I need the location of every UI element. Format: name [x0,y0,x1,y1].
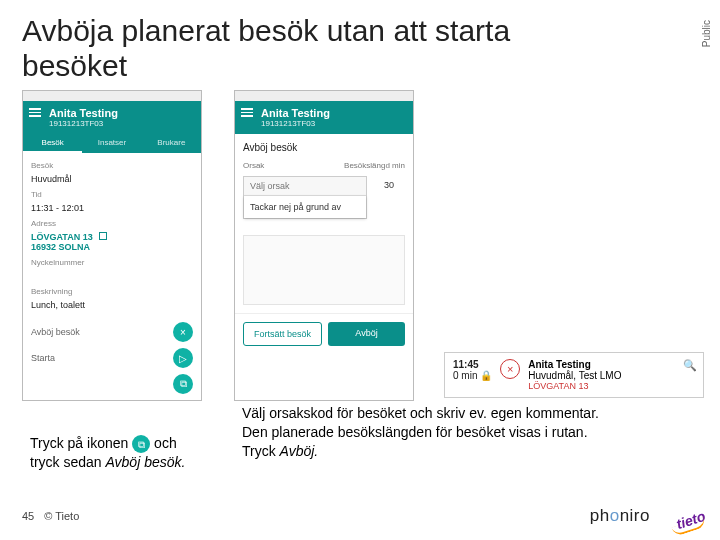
classification-label: Public [701,20,712,47]
col-length: Besökslängd min [344,161,405,170]
cap-right-1: Välj orsakskod för besöket och skriv ev.… [242,405,599,421]
copy-circle-icon: ⧉ [132,435,150,453]
continue-button[interactable]: Fortsätt besök [243,322,322,346]
reject-button[interactable]: Avböj [328,322,405,346]
action-avboj-label: Avböj besök [31,327,80,337]
cap-right-3a: Tryck [242,443,280,459]
footer-left: 45 © Tieto [22,510,79,522]
label-tid: Tid [31,190,193,199]
app-bar: Anita Testing 19131213TF03 [235,101,413,134]
caption-left: Tryck på ikonen ⧉ och tryck sedan Avböj … [30,434,225,472]
card-name: Anita Testing [528,359,621,370]
action-starta[interactable]: Starta ▷ [31,348,193,368]
tieto-logo: tieto [664,502,704,530]
copy-icon[interactable] [99,232,107,240]
comment-textarea[interactable] [243,235,405,305]
action-avboj[interactable]: Avböj besök × [31,322,193,342]
dropdown-option[interactable]: Tackar nej på grund av [244,196,366,218]
card-duration: 0 min [453,370,477,381]
page-number: 45 [22,510,34,522]
dropdown-selected: Välj orsak [244,177,366,196]
label-adress: Adress [31,219,193,228]
reason-dropdown[interactable]: Välj orsak Tackar nej på grund av [243,176,367,219]
screenshots-row: Anita Testing 19131213TF03 Besök Insatse… [22,90,414,401]
cap-right-3b: Avböj. [280,443,319,459]
tab-besok[interactable]: Besök [23,134,82,153]
value-beskr: Lunch, toalett [31,300,193,310]
phone-screenshot-1: Anita Testing 19131213TF03 Besök Insatse… [22,90,202,401]
cancel-circle-icon[interactable]: × [500,359,520,379]
cap-left-1b: och [154,435,177,451]
hamburger-icon[interactable] [29,108,41,119]
lock-icon: 🔒 [480,370,492,381]
slide-title: Avböja planerat besök utan att starta be… [22,14,622,83]
label-besok: Besök [31,161,193,170]
label-beskr: Beskrivning [31,287,193,296]
cap-right-2: Den planerade besökslängden för besöket … [242,424,588,440]
copy-circle-icon: ⧉ [173,374,193,394]
cap-left-2a: tryck sedan [30,454,105,470]
appbar-subtitle: 19131213TF03 [261,119,405,128]
card-time-value: 11:45 [453,359,479,370]
card-line2: Huvudmål, Test LMO [528,370,621,381]
length-value: 30 [373,176,405,190]
tab-insatser[interactable]: Insatser [82,134,141,153]
form-heading: Avböj besök [243,142,405,153]
reject-form: Avböj besök Orsak Besökslängd min Välj o… [235,134,413,313]
tab-brukare[interactable]: Brukare [142,134,201,153]
value-tid: 11:31 - 12:01 [31,203,193,213]
magnify-icon: 🔍 [683,359,697,372]
col-orsak: Orsak [243,161,264,170]
card-info: Anita Testing Huvudmål, Test LMO LÖVGATA… [528,359,621,391]
status-bar [235,91,413,101]
value-adress: LÖVGATAN 13 16932 SOLNA [31,232,193,252]
card-address: LÖVGATAN 13 [528,381,621,391]
phone-screenshot-2: Anita Testing 19131213TF03 Avböj besök O… [234,90,414,401]
cap-left-1a: Tryck på ikonen [30,435,132,451]
button-row: Fortsätt besök Avböj [235,313,413,354]
action-extra[interactable]: ⧉ [31,374,193,394]
card-time: 11:45 0 min 🔒 [453,359,492,381]
tab-bar: Besök Insatser Brukare [23,134,201,153]
hamburger-icon[interactable] [241,108,253,119]
visit-card: 11:45 0 min 🔒 × Anita Testing Huvudmål, … [444,352,704,398]
action-starta-label: Starta [31,353,55,363]
value-nyckel [31,271,193,281]
close-circle-icon: × [173,322,193,342]
status-bar [23,91,201,101]
adress-line1: LÖVGATAN 13 [31,232,93,242]
value-besok: Huvudmål [31,174,193,184]
appbar-title: Anita Testing [49,107,193,119]
caption-right: Välj orsakskod för besöket och skriv ev.… [242,404,697,461]
app-bar: Anita Testing 19131213TF03 [23,101,201,134]
detail-content: Besök Huvudmål Tid 11:31 - 12:01 Adress … [23,153,201,316]
slide-footer: 45 © Tieto phoniro tieto [22,502,704,530]
cap-left-2b: Avböj besök. [105,454,185,470]
copyright: © Tieto [44,510,79,522]
appbar-subtitle: 19131213TF03 [49,119,193,128]
play-circle-icon: ▷ [173,348,193,368]
appbar-title: Anita Testing [261,107,405,119]
actions-panel: Avböj besök × Starta ▷ ⧉ [23,316,201,400]
phoniro-logo: phoniro [590,506,650,526]
adress-line2: 16932 SOLNA [31,242,90,252]
label-nyckel: Nyckelnummer [31,258,193,267]
form-columns: Orsak Besökslängd min [243,161,405,170]
